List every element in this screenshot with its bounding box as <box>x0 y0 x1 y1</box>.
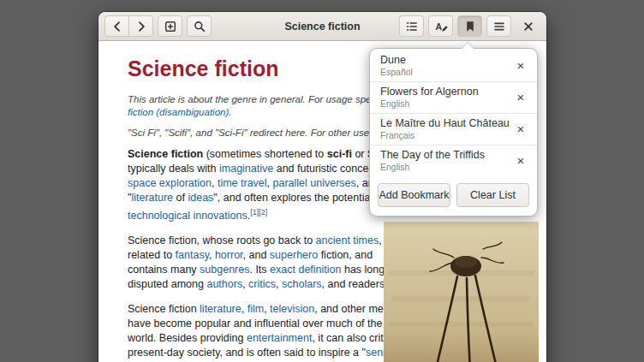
reference-link[interactable]: [1] <box>250 208 259 217</box>
bookmark-title: Dune <box>380 54 413 67</box>
wiki-link[interactable]: scholars <box>282 278 322 290</box>
headerbar-right-group: A <box>399 15 540 37</box>
wiki-link[interactable]: imaginative <box>219 163 273 175</box>
text-span: , <box>242 303 247 315</box>
chevron-right-icon <box>134 20 148 33</box>
text-span: . Its <box>249 264 270 276</box>
wiki-link[interactable]: parallel universes <box>273 177 356 189</box>
history-button-group <box>104 15 153 37</box>
tripod-illustration <box>384 222 539 362</box>
wiki-link[interactable]: television <box>270 303 314 315</box>
bookmark-item[interactable]: Le Maître du Haut Château Français × <box>370 114 537 145</box>
text-span: related to <box>128 249 176 261</box>
text-span: , <box>209 249 215 261</box>
hamburger-menu-icon <box>492 20 506 33</box>
text-span: sci-fi <box>327 148 352 160</box>
wiki-link[interactable]: ideas <box>188 192 213 204</box>
wiki-link[interactable]: horror <box>215 249 243 261</box>
text-span: present-day society, and is often said t… <box>128 347 366 359</box>
text-span: Science fiction <box>128 303 200 315</box>
language-icon: A <box>434 20 448 33</box>
wiki-link[interactable]: ancient times <box>316 234 379 246</box>
wiki-link[interactable]: exact definition <box>270 264 341 276</box>
new-tab-button[interactable] <box>158 15 182 37</box>
menu-button[interactable] <box>486 15 511 37</box>
wiki-link[interactable]: entertainment <box>247 332 312 344</box>
article-image[interactable] <box>384 222 539 362</box>
clear-list-button[interactable]: Clear List <box>456 183 529 207</box>
bookmark-text: Dune Español <box>380 54 413 77</box>
text-span: , and readers. <box>322 278 388 290</box>
close-icon <box>522 20 535 33</box>
headerbar-left-group <box>104 15 212 37</box>
remove-bookmark-button[interactable]: × <box>510 86 532 109</box>
bookmark-item[interactable]: Flowers for Algernon English × <box>370 82 537 113</box>
bookmarks-popover: Dune Español × Flowers for Algernon Engl… <box>369 48 538 217</box>
new-tab-icon <box>164 20 177 33</box>
bookmark-text: Flowers for Algernon English <box>380 86 479 109</box>
window-title: Science fiction <box>284 21 360 33</box>
wiki-link[interactable]: literature <box>131 192 173 204</box>
text-span: Science fiction, whose roots go back to <box>128 234 316 246</box>
remove-bookmark-button[interactable]: × <box>510 150 532 172</box>
text-span: Science fiction <box>128 148 203 160</box>
bookmark-title: Flowers for Algernon <box>380 86 479 98</box>
text-span: typically deals with <box>128 163 219 175</box>
chevron-left-icon <box>110 20 124 33</box>
wiki-link[interactable]: critics <box>248 278 276 290</box>
headerbar: Science fiction A <box>98 12 546 41</box>
wiki-link[interactable]: film <box>247 303 264 315</box>
search-icon <box>193 20 206 33</box>
bookmark-text: Le Maître du Haut Château Français <box>380 117 510 140</box>
text-span: , <box>267 177 273 189</box>
bookmark-title: The Day of the Triffids <box>380 149 485 162</box>
reference-link[interactable]: [2] <box>259 208 267 217</box>
wiki-link[interactable]: fantasy <box>176 249 209 261</box>
app-window: Science fiction A Science fiction This a… <box>98 12 546 362</box>
bookmark-item[interactable]: The Day of the Triffids English × <box>370 145 537 176</box>
wiki-link[interactable]: fiction (disambiguation) <box>128 107 229 117</box>
text-span: , and <box>243 249 270 261</box>
popover-actions: Add Bookmark Clear List <box>370 176 537 216</box>
text-span: , <box>212 177 218 189</box>
text-span: of <box>173 192 188 204</box>
svg-text:A: A <box>435 21 442 31</box>
bookmark-icon <box>463 20 477 33</box>
toc-button[interactable] <box>399 15 424 37</box>
text-span: disputed among <box>128 278 206 290</box>
wiki-link[interactable]: authors <box>206 278 242 290</box>
text-span: , <box>276 278 282 290</box>
bookmark-title: Le Maître du Haut Château <box>380 117 510 130</box>
close-button[interactable] <box>516 15 540 37</box>
wiki-link[interactable]: subgenres <box>200 264 249 276</box>
wiki-link[interactable]: superhero <box>270 249 318 261</box>
add-bookmark-button[interactable]: Add Bookmark <box>378 183 450 207</box>
wiki-link[interactable]: time travel <box>218 177 267 189</box>
wiki-link[interactable]: literature <box>200 303 242 315</box>
wiki-link[interactable]: space exploration <box>128 177 212 189</box>
text-span: world. Besides providing <box>128 332 247 344</box>
remove-bookmark-button[interactable]: × <box>510 55 532 77</box>
text-span: or <box>352 148 367 160</box>
text-span: contains many <box>128 264 200 276</box>
bookmark-language: Español <box>380 67 413 77</box>
text-span: "Sci Fi", "Scifi", and "Sci-Fi" redirect… <box>128 128 398 138</box>
remove-bookmark-button[interactable]: × <box>510 118 532 140</box>
forward-button[interactable] <box>128 15 153 37</box>
languages-button[interactable]: A <box>428 15 453 37</box>
bookmark-item[interactable]: Dune Español × <box>370 50 537 81</box>
text-span: fiction, and <box>318 249 373 261</box>
bookmark-language: English <box>380 98 479 109</box>
wiki-link[interactable]: technological innovations <box>128 210 247 222</box>
text-span: have become popular and influential over… <box>128 317 382 329</box>
search-button[interactable] <box>187 15 212 37</box>
bookmarks-button[interactable] <box>457 15 482 37</box>
text-span: (sometimes shortened to <box>203 148 327 160</box>
bookmark-language: Français <box>380 130 510 140</box>
bookmark-text: The Day of the Triffids English <box>380 149 485 172</box>
back-button[interactable] <box>104 15 129 37</box>
bullet-list-icon <box>405 20 419 33</box>
bookmark-language: English <box>380 162 485 172</box>
text-span: . <box>229 107 231 117</box>
